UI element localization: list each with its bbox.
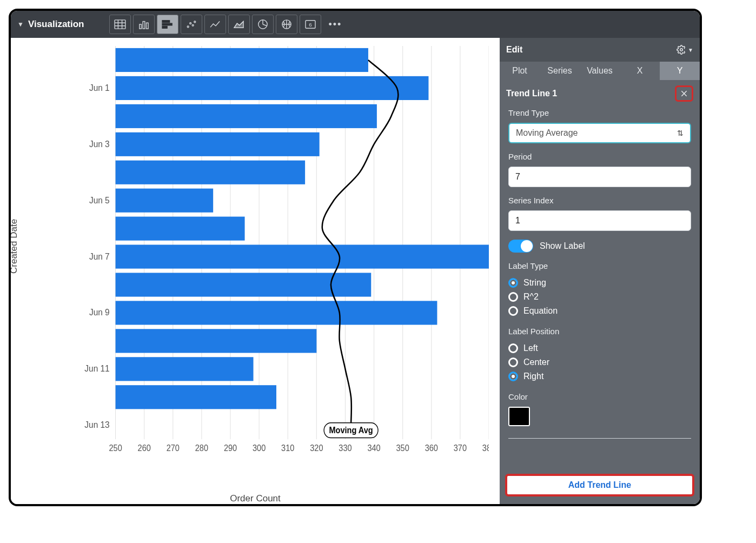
add-trend-line-button[interactable]: Add Trend Line	[505, 474, 694, 496]
svg-text:Jun 1: Jun 1	[89, 82, 110, 92]
bar[interactable]	[116, 217, 245, 241]
label-type-equation[interactable]: Equation	[508, 304, 691, 318]
column-chart-icon[interactable]	[133, 15, 155, 34]
bar[interactable]	[116, 357, 254, 381]
bar[interactable]	[116, 385, 276, 409]
label-position-left[interactable]: Left	[508, 341, 691, 355]
single-value-chart-icon[interactable]: 6	[300, 15, 321, 34]
trend-label-text: Moving Avg	[329, 425, 373, 435]
tab-y[interactable]: Y	[660, 62, 700, 80]
bar[interactable]	[116, 76, 429, 100]
svg-text:300: 300	[253, 443, 266, 453]
bar[interactable]	[116, 244, 489, 268]
collapse-caret-icon[interactable]: ▼	[17, 21, 24, 28]
bar[interactable]	[116, 301, 437, 325]
tab-series[interactable]: Series	[540, 62, 580, 80]
trend-type-label: Trend Type	[508, 108, 691, 117]
svg-rect-0	[115, 20, 125, 29]
svg-text:380: 380	[482, 443, 489, 453]
svg-text:360: 360	[425, 443, 438, 453]
tab-x[interactable]: X	[620, 62, 660, 80]
area-chart-icon[interactable]	[228, 15, 250, 34]
table-chart-icon[interactable]	[109, 15, 131, 34]
svg-text:290: 290	[224, 443, 237, 453]
svg-rect-2	[143, 22, 145, 29]
toolbar-title: Visualization	[28, 19, 84, 30]
line-chart-icon[interactable]	[204, 15, 226, 34]
body: Created Date Order Count 250260270280290…	[11, 38, 700, 504]
section-title: Trend Line 1	[506, 89, 557, 98]
svg-rect-4	[162, 21, 170, 23]
pie-chart-icon[interactable]	[252, 15, 274, 34]
chart-area: Created Date Order Count 250260270280290…	[11, 38, 500, 504]
radio-icon	[508, 343, 518, 353]
period-label: Period	[508, 152, 691, 161]
svg-text:280: 280	[195, 443, 208, 453]
svg-point-10	[194, 21, 195, 23]
svg-text:250: 250	[109, 443, 122, 453]
toolbar: ▼ Visualization 6 •••	[11, 11, 700, 38]
divider	[508, 438, 691, 439]
scatter-chart-icon[interactable]	[181, 15, 202, 34]
more-icon[interactable]: •••	[329, 19, 342, 30]
bar[interactable]	[116, 133, 320, 156]
tab-plot[interactable]: Plot	[500, 62, 540, 80]
label-type-r-2[interactable]: R^2	[508, 290, 691, 304]
show-label-text: Show Label	[540, 241, 585, 251]
tab-values[interactable]: Values	[580, 62, 620, 80]
bar[interactable]	[116, 189, 214, 213]
x-axis-label: Order Count	[230, 493, 281, 504]
color-label: Color	[508, 392, 691, 401]
viz-type-icons: 6	[109, 15, 321, 34]
svg-text:350: 350	[396, 443, 409, 453]
close-icon[interactable]	[675, 85, 693, 102]
radio-label: Left	[523, 343, 538, 353]
radio-label: Equation	[523, 306, 558, 316]
bar[interactable]	[116, 48, 368, 72]
radio-label: String	[523, 278, 546, 288]
bar-chart-icon[interactable]	[157, 15, 178, 34]
gear-icon[interactable]: ▼	[677, 45, 693, 55]
radio-icon	[508, 372, 518, 381]
radio-icon	[508, 292, 518, 302]
trend-line-form: Trend Type Moving Average ⇅ Period Serie…	[500, 105, 700, 474]
label-position-label: Label Position	[508, 327, 691, 336]
bar[interactable]	[116, 329, 317, 353]
plot: 2502602702802903003103203303403503603703…	[81, 46, 489, 466]
select-arrows-icon: ⇅	[677, 129, 684, 137]
svg-text:Jun 3: Jun 3	[89, 138, 110, 149]
svg-point-8	[189, 23, 191, 24]
radio-icon	[508, 306, 518, 316]
svg-text:340: 340	[367, 443, 380, 453]
trend-type-select[interactable]: Moving Average ⇅	[508, 123, 691, 143]
label-position-right[interactable]: Right	[508, 369, 691, 383]
svg-text:Jun 7: Jun 7	[89, 251, 110, 261]
radio-label: R^2	[523, 292, 539, 302]
svg-text:320: 320	[310, 443, 323, 453]
y-axis-label: Created Date	[9, 219, 19, 274]
edit-panel: Edit ▼ PlotSeriesValuesXY Trend Line 1 T…	[500, 38, 700, 504]
bar[interactable]	[116, 104, 377, 128]
svg-text:Jun 11: Jun 11	[84, 363, 109, 374]
series-index-input[interactable]	[508, 210, 691, 231]
svg-text:Jun 5: Jun 5	[89, 195, 110, 205]
trend-type-value: Moving Average	[516, 128, 578, 138]
period-input[interactable]	[508, 167, 691, 187]
radio-label: Center	[523, 357, 549, 367]
panel-header: Edit ▼	[500, 38, 700, 62]
bar[interactable]	[116, 161, 306, 184]
radio-label: Right	[523, 372, 543, 381]
svg-text:6: 6	[309, 22, 312, 28]
app-window: ▼ Visualization 6 ••• Created Date Order…	[9, 9, 702, 506]
svg-text:260: 260	[138, 443, 151, 453]
svg-text:270: 270	[167, 443, 180, 453]
label-type-string[interactable]: String	[508, 276, 691, 290]
color-swatch[interactable]	[508, 407, 530, 426]
svg-rect-6	[162, 27, 167, 29]
label-position-center[interactable]: Center	[508, 355, 691, 369]
series-index-label: Series Index	[508, 196, 691, 205]
panel-title: Edit	[506, 45, 522, 55]
map-chart-icon[interactable]	[276, 15, 297, 34]
show-label-toggle[interactable]	[508, 240, 533, 253]
svg-point-50	[680, 49, 683, 51]
